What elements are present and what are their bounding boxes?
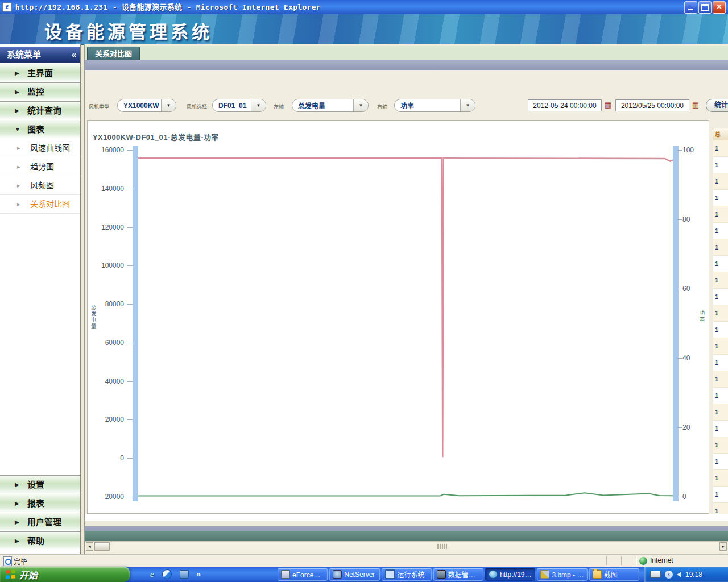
sidebar-item-label: 报表 [27,498,44,508]
sidebar-subitem-label: 关系对比图 [30,199,70,209]
tab-relation-compare[interactable]: 关系对比图 [87,47,140,60]
start-label: 开始 [19,568,38,581]
messenger-quicklaunch-icon[interactable] [162,569,172,579]
net-icon [333,570,342,579]
taskbar-task-paint[interactable]: 3.bmp - 画图 [537,568,587,581]
side-data-table: 总 11111111111111111111111 [713,128,728,527]
restore-button[interactable] [698,1,712,14]
sidebar-header-label: 系统菜单 [7,49,41,59]
side-table-row: 1 [713,454,728,470]
calendar-icon[interactable]: ▦ [603,99,613,111]
bottom-strip [85,514,728,521]
sidebar-item-label: 用户管理 [27,517,61,527]
sidebar-item-statistics[interactable]: ▶统计查询 [0,101,80,119]
quick-launch: e » [150,567,201,582]
sidebar-item-charts[interactable]: ▼图表 [0,120,80,138]
windows-flag-icon [6,569,15,579]
dropdown-arrow-icon[interactable]: ▼ [353,99,368,111]
dropdown-arrow-icon[interactable]: ▼ [251,99,266,111]
sidebar-item-reports[interactable]: ▶报表 [0,494,80,512]
scrollbar-grip[interactable] [437,544,447,549]
task-label: 3.bmp - 画图 [552,569,584,579]
fan-select-value: DF01_01 [213,102,251,110]
sidebar-collapse-icon[interactable]: « [72,47,75,63]
fan-select-label: 风机选择 [187,103,207,110]
side-table-row: 1 [713,322,728,338]
internet-zone-icon [639,557,647,565]
fan-type-value: YX1000KW [118,102,161,110]
bottom-strip [85,521,728,526]
statistics-button[interactable]: 统计 [706,99,728,112]
toolbar-strip [85,60,728,70]
close-button[interactable]: ✕ [713,1,726,14]
monitor-icon [385,569,395,579]
folder-icon [593,570,602,579]
sidebar-item-settings[interactable]: ▶设置 [0,475,80,493]
left-axis-label: 左轴 [274,103,284,110]
sidebar-item-label: 图表 [27,124,44,134]
sidebar-subitem-windspeed-curve[interactable]: ▸风速曲线图 [0,139,80,157]
ie-quicklaunch-icon[interactable]: e [150,569,154,579]
scroll-right-button[interactable]: ► [719,542,727,551]
volume-tray-icon[interactable] [677,572,681,577]
sidebar-item-main[interactable]: ▶主界面 [0,64,80,82]
chart-panel [87,120,709,514]
arrow-right-icon: ▶ [15,532,19,550]
fan-select-select[interactable]: DF01_01 ▼ [212,99,266,112]
left-axis-select[interactable]: 总发电量 ▼ [292,99,369,112]
start-button[interactable]: 开始 [0,567,130,582]
status-text: 完毕 [14,556,27,566]
dropdown-arrow-icon[interactable]: ▼ [161,99,176,111]
side-table-row: 1 [713,487,728,503]
minimize-button[interactable] [684,1,697,14]
taskbar-task-ie[interactable]: http://192.1... [485,568,535,581]
sidebar-subitem-relation-compare[interactable]: ▸关系对比图 [0,195,80,214]
sidebar-item-help[interactable]: ▶帮助 [0,531,80,550]
sidebar-item-label: 主界面 [27,68,53,78]
calendar-icon[interactable]: ▦ [690,99,701,111]
ie-page-icon [3,556,12,566]
taskbar-task-folder[interactable]: 截图 [589,568,639,581]
sidebar-item-label: 设置 [27,480,44,489]
side-table-row: 1 [713,223,728,239]
side-table-row: 1 [713,157,728,173]
right-axis-value: 功率 [395,101,460,110]
arrow-right-icon: ▶ [15,476,19,493]
right-axis-label: 右轴 [377,103,387,110]
side-table-row: 1 [713,272,728,289]
end-datetime-input[interactable] [615,99,689,111]
start-datetime-input[interactable] [528,99,602,111]
side-table-row: 1 [713,338,728,355]
side-table-row: 1 [713,206,728,223]
taskbar-task-net[interactable]: NetServer [329,568,379,581]
main-content: 关系对比图 风机类型 YX1000KW ▼ 风机选择 DF01_01 ▼ 左轴 … [84,44,728,554]
task-label: 数据管理平台... [448,569,480,579]
minimize-icon [688,9,693,10]
tray-chevron-icon[interactable]: ‹ [665,571,673,579]
sidebar-subitem-trend[interactable]: ▸趋势图 [0,157,80,176]
scroll-left-button[interactable]: ◄ [86,542,93,551]
quicklaunch-more-icon[interactable]: » [197,570,201,579]
sidebar-item-label: 监控 [27,87,44,97]
platform-icon [437,570,446,579]
scrollbar-thumb[interactable] [94,542,110,551]
sidebar-item-monitor[interactable]: ▶监控 [0,82,80,101]
right-axis-select[interactable]: 功率 ▼ [394,99,475,112]
side-table-row: 1 [713,173,728,190]
fan-type-label: 风机类型 [89,103,109,110]
taskbar-task-app[interactable]: eForceCon日... [278,568,328,581]
statusbar-divider [621,556,622,565]
sidebar-item-user-management[interactable]: ▶用户管理 [0,513,80,531]
sidebar-subitem-label: 趋势图 [30,162,54,171]
side-table-row: 1 [713,256,728,272]
app-quicklaunch-icon[interactable] [180,570,189,579]
horizontal-scrollbar[interactable] [85,541,728,552]
side-table-row: 1 [713,239,728,256]
keyboard-tray-icon[interactable] [650,571,661,578]
taskbar-task-monitor[interactable]: 运行系统 [382,568,432,581]
taskbar-task-platform[interactable]: 数据管理平台... [433,568,483,581]
dropdown-arrow-icon[interactable]: ▼ [460,99,475,111]
system-menu-sidebar: 系统菜单 « ▶主界面 ▶监控 ▶统计查询 ▼图表 ▸风速曲线图 ▸趋势图 ▸风… [0,44,81,554]
fan-type-select[interactable]: YX1000KW ▼ [117,99,176,112]
sidebar-subitem-windfreq[interactable]: ▸风频图 [0,176,80,195]
